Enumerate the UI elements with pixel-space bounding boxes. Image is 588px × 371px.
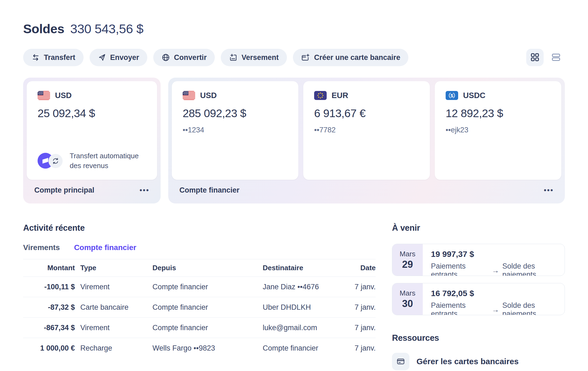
table-row[interactable]: -100,11 $ Virement Compte financier Jane… [23,277,376,297]
cell-date: 7 janv. [342,324,376,332]
send-button[interactable]: Envoyer [90,49,148,66]
account-card-eur[interactable]: EUR 6 913,67 € ••7782 [303,81,430,180]
cell-recipient: Compte financier [263,344,336,352]
deposit-button[interactable]: Versement [221,49,287,66]
table-header-row: Montant Type Depuis Destinataire Date [23,259,376,277]
upcoming-amount: 16 792,05 $ [431,289,565,298]
main-group-menu-icon[interactable]: ••• [140,186,149,194]
currency-label: USD [55,91,72,100]
cell-type: Recharge [80,344,147,352]
recent-activity-section: Activité récente Virements Compte financ… [23,223,376,370]
side-panel: À venir Mars 29 19 997,37 $ Paiements en… [392,223,565,370]
actions-toolbar: Transfert Envoyer Convertir [23,49,565,66]
balances-page: Soldes 330 543,56 $ Transfert [0,0,588,371]
usdc-icon: $ [446,91,458,100]
account-card-usd-main[interactable]: USD 25 092,34 $ [27,81,157,180]
account-card-usd[interactable]: USD 285 092,23 $ ••1234 [172,81,298,180]
upcoming-payment-card[interactable]: Mars 29 19 997,37 $ Paiements entrants →… [392,244,565,276]
cell-from: Compte financier [152,303,257,312]
cell-type: Virement [80,283,147,291]
date-badge: Mars 30 [392,283,423,315]
main-account-group: USD 25 092,34 $ [23,78,161,203]
upcoming-from: Paiements entrants [431,262,488,276]
account-balance: 6 913,67 € [314,107,419,120]
account-card-usdc[interactable]: $ USDC 12 892,23 $ ••ejk23 [435,81,561,180]
date-day: 30 [402,298,413,309]
account-mask: ••ejk23 [446,126,550,134]
account-groups: USD 25 092,34 $ [23,78,565,203]
group-name-main: Compte principal [34,186,94,194]
date-badge: Mars 29 [392,244,423,276]
cell-amount: 1 000,00 € [23,344,75,352]
cell-date: 7 janv. [342,283,376,291]
upcoming-from: Paiements entrants [431,301,488,315]
date-month: Mars [400,250,415,258]
table-row[interactable]: 1 000,00 € Recharge Wells Fargo ••9823 C… [23,338,376,358]
page-title: Soldes [23,21,64,36]
upcoming-payment-card[interactable]: Mars 30 16 792,05 $ Paiements entrants →… [392,283,565,315]
card-plus-icon [301,53,310,62]
transfer-arrows-icon [31,53,40,62]
list-view-icon [551,52,561,63]
upcoming-title: À venir [392,223,565,233]
date-day: 29 [402,259,413,270]
account-mask: ••1234 [183,126,287,134]
arrow-right-icon: → [492,306,499,314]
manage-cards-link[interactable]: Gérer les cartes bancaires [392,353,565,370]
create-card-button[interactable]: Créer une carte bancaire [293,49,409,66]
financial-group-menu-icon[interactable]: ••• [544,186,554,194]
activity-table: Montant Type Depuis Destinataire Date -1… [23,259,376,358]
currency-label: EUR [332,91,348,100]
cell-type: Carte bancaire [80,303,147,312]
convert-button[interactable]: Convertir [153,49,215,66]
auto-transfer-line1: Transfert automatique [70,151,139,161]
eu-flag-icon [314,91,327,100]
create-card-label: Créer une carte bancaire [314,53,400,62]
cell-from: Compte financier [152,283,257,291]
cell-amount: -87,32 $ [23,303,75,312]
page-header: Soldes 330 543,56 $ [23,21,565,36]
cell-amount: -100,11 $ [23,283,75,291]
globe-icon [161,53,170,62]
table-row[interactable]: -87,32 $ Carte bancaire Compte financier… [23,297,376,318]
financial-account-group: USD 285 092,23 $ ••1234 [168,78,565,203]
cell-amount: -867,34 $ [23,324,75,332]
credit-card-icon [392,353,409,370]
group-name-financial: Compte financier [179,186,240,194]
deposit-icon [229,53,238,62]
cell-from: Compte financier [152,324,257,332]
transfer-label: Transfert [44,53,75,62]
table-row[interactable]: -867,34 $ Virement Compte financier luke… [23,318,376,338]
account-balance: 12 892,23 $ [446,107,550,120]
auto-transfer-line2: des revenus [70,161,139,171]
cell-type: Virement [80,324,147,332]
account-mask: ••7782 [314,126,419,134]
currency-label: USDC [463,91,485,100]
us-flag-icon [38,91,50,100]
view-toggle-group [526,49,565,66]
grid-view-button[interactable] [526,49,544,66]
resources-title: Ressources [392,333,565,343]
currency-label: USD [200,91,217,100]
cell-recipient: luke@gmail.com [263,324,336,332]
svg-text:$: $ [451,93,453,98]
deposit-label: Versement [241,53,279,62]
grid-view-icon [530,52,540,63]
account-balance: 25 092,34 $ [38,107,146,120]
column-header-date: Date [342,264,376,272]
us-flag-icon [183,91,195,100]
column-header-depuis: Depuis [152,264,257,272]
sync-icon [48,154,63,168]
column-header-type: Type [80,264,147,272]
send-label: Envoyer [110,53,139,62]
list-view-button[interactable] [547,49,565,66]
activity-tabs: Virements Compte financier [23,243,376,259]
tab-virements[interactable]: Virements [23,243,60,252]
auto-transfer-note: Transfert automatique des revenus [38,151,139,171]
column-header-montant: Montant [23,264,75,272]
cell-from: Wells Fargo ••9823 [152,344,257,352]
tab-compte-financier[interactable]: Compte financier [74,243,136,252]
arrow-right-icon: → [492,266,499,275]
date-month: Mars [400,289,415,297]
transfer-button[interactable]: Transfert [23,49,84,66]
